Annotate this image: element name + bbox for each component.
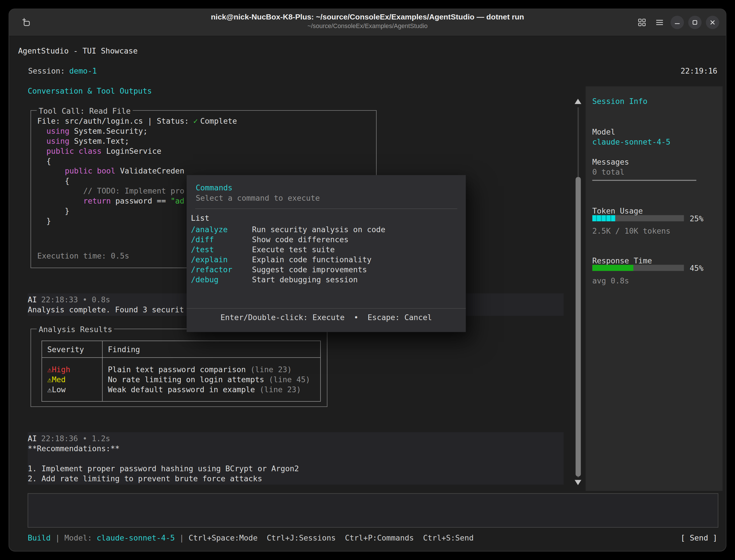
response-time-bar — [592, 265, 684, 271]
code-token: using — [37, 137, 69, 146]
analysis-box-title: Analysis Results — [37, 324, 114, 334]
check-icon: ✓ — [193, 117, 198, 126]
status-left: Build | Model: claude-sonnet-4-5 | Ctrl+… — [28, 533, 474, 543]
code-token: } — [37, 206, 69, 216]
command-description: Run security analysis on code — [252, 225, 385, 234]
column-header-severity: Severity — [47, 344, 84, 354]
token-usage-percent: 25% — [690, 214, 704, 224]
window-title-block: nick@nick-NucBox-K8-Plus: ~/source/Conso… — [9, 12, 726, 30]
code-token: { — [37, 176, 69, 186]
code-token: System.Security; — [69, 127, 147, 136]
file-status-line: File: src/auth/login.cs | Status:✓Comple… — [37, 116, 373, 126]
finding-cell: No rate limiting on login attempts (line… — [108, 374, 310, 384]
execution-time: Execution time: 0.5s — [37, 251, 129, 261]
message-line — [28, 454, 299, 464]
scroll-thumb[interactable] — [576, 177, 581, 476]
command-item[interactable]: /debugStart debugging session — [191, 275, 461, 285]
code-token: System.Text; — [69, 137, 129, 146]
status-model-label: Model: — [64, 533, 96, 543]
model-label: Model — [592, 127, 615, 137]
token-usage-fill — [592, 215, 615, 221]
table-column-divider — [102, 341, 103, 401]
response-time-percent: 45% — [690, 263, 704, 273]
status-mode: Build — [28, 533, 51, 543]
finding-cell: Weak default password in example (line 2… — [108, 384, 310, 395]
minimize-icon — [674, 19, 680, 25]
messages-bar — [592, 180, 696, 181]
session-line: Session:demo-1 — [28, 66, 97, 76]
ai-message-2: AI22:18:36 • 1.2s **Recommendations:**1.… — [28, 432, 564, 485]
response-time-label: Response Time — [592, 256, 652, 266]
code-token: { — [37, 157, 51, 166]
token-usage-detail: 2.5K / 10K tokens — [592, 226, 671, 236]
status-text: Complete — [200, 117, 237, 126]
file-label: File: src/auth/login.cs | Status: — [37, 117, 189, 126]
command-name: /explain — [191, 255, 252, 265]
command-name: /debug — [191, 275, 252, 285]
message-meta: 22:18:36 • 1.2s — [41, 434, 110, 443]
session-value: demo-1 — [69, 66, 97, 76]
finding-column: Plain text password comparison (line 23)… — [108, 364, 310, 395]
app-header: AgentStudio - TUI Showcase — [18, 46, 137, 56]
messages-value: 0 total — [592, 167, 624, 177]
message-header: AI22:18:33 • 0.8s — [28, 295, 184, 305]
close-icon — [710, 19, 716, 25]
titlebar-controls — [635, 16, 719, 29]
analysis-results-box: Analysis Results Severity Finding ⚠High⚠… — [31, 329, 327, 407]
status-separator: | — [175, 533, 188, 543]
code-line: public class LoginService — [37, 146, 373, 156]
command-item[interactable]: /diffShow code differences — [191, 235, 461, 245]
maximize-icon — [692, 19, 698, 25]
clock: 22:19:16 — [681, 66, 717, 76]
window-title: nick@nick-NucBox-K8-Plus: ~/source/Conso… — [9, 12, 726, 23]
command-item[interactable]: /refactorSuggest code improvements — [191, 265, 461, 275]
command-item[interactable]: /analyzeRun security analysis on code — [191, 225, 461, 235]
code-line: using System.Text; — [37, 136, 373, 146]
command-name: /test — [191, 245, 252, 255]
token-usage-label: Token Usage — [592, 206, 643, 216]
modal-footer-hint: Enter/Double-click: Execute • Escape: Ca… — [186, 312, 466, 322]
message-role: AI — [28, 434, 37, 443]
message-header: AI22:18:36 • 1.2s — [28, 434, 299, 444]
status-separator: | — [51, 533, 64, 543]
message-meta: 22:18:33 • 0.8s — [41, 295, 110, 304]
code-token: password == — [111, 196, 171, 206]
terminal-window: nick@nick-NucBox-K8-Plus: ~/source/Conso… — [9, 9, 726, 551]
command-name: /diff — [191, 235, 252, 245]
scroll-up-arrow-icon[interactable] — [575, 99, 581, 104]
code-line: public bool ValidateCreden — [37, 166, 373, 176]
conversation-panel-title: Conversation & Tool Outputs — [28, 86, 152, 96]
send-button[interactable]: [ Send ] — [681, 533, 717, 543]
code-token: } — [37, 216, 51, 226]
code-token: public bool — [37, 167, 115, 176]
response-time-detail: avg 0.8s — [592, 276, 629, 286]
token-usage-bar — [592, 215, 684, 221]
severity-column: ⚠High⚠Med⚠Low — [47, 364, 70, 395]
screen: nick@nick-NucBox-K8-Plus: ~/source/Conso… — [0, 0, 735, 560]
titlebar[interactable]: nick@nick-NucBox-K8-Plus: ~/source/Conso… — [9, 9, 726, 36]
minimize-button[interactable] — [671, 16, 684, 29]
close-button[interactable] — [706, 16, 719, 29]
code-token: // TODO: Implement pro — [37, 186, 184, 196]
ai-message-2-body: **Recommendations:**1. Implement proper … — [28, 444, 299, 484]
tool-call-box-title: Tool Call: Read File — [37, 106, 132, 116]
modal-title: Commands — [196, 183, 232, 193]
status-model-value: claude-sonnet-4-5 — [96, 533, 175, 543]
message-role: AI — [28, 295, 37, 304]
command-description: Start debugging session — [252, 275, 358, 284]
scroll-down-arrow-icon[interactable] — [575, 480, 581, 485]
message-input[interactable] — [28, 493, 718, 528]
tab-overview-button[interactable] — [635, 16, 649, 29]
command-item[interactable]: /testExecute test suite — [191, 245, 461, 255]
severity-cell: ⚠Med — [47, 374, 70, 384]
code-token: LoginService — [102, 147, 161, 156]
maximize-button[interactable] — [688, 16, 702, 29]
command-name: /analyze — [191, 225, 252, 235]
modal-subtitle: Select a command to execute — [196, 193, 320, 203]
command-item[interactable]: /explainExplain code functionality — [191, 255, 461, 265]
command-description: Execute test suite — [252, 245, 335, 254]
analysis-table: Severity Finding ⚠High⚠Med⚠Low Plain tex… — [42, 341, 321, 402]
window-subtitle: ~/source/ConsoleEx/Examples/AgentStudio — [9, 22, 726, 30]
session-label: Session: — [28, 66, 65, 76]
menu-button[interactable] — [653, 16, 666, 29]
